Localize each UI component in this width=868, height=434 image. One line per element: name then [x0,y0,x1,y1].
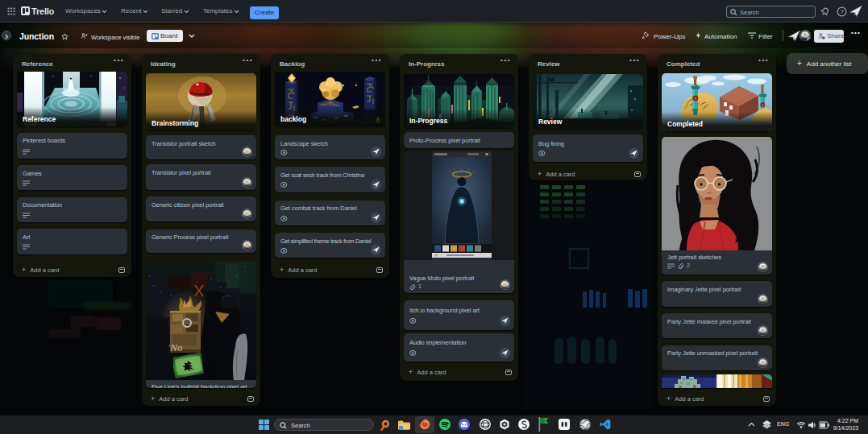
svg-text:?: ? [840,8,843,15]
